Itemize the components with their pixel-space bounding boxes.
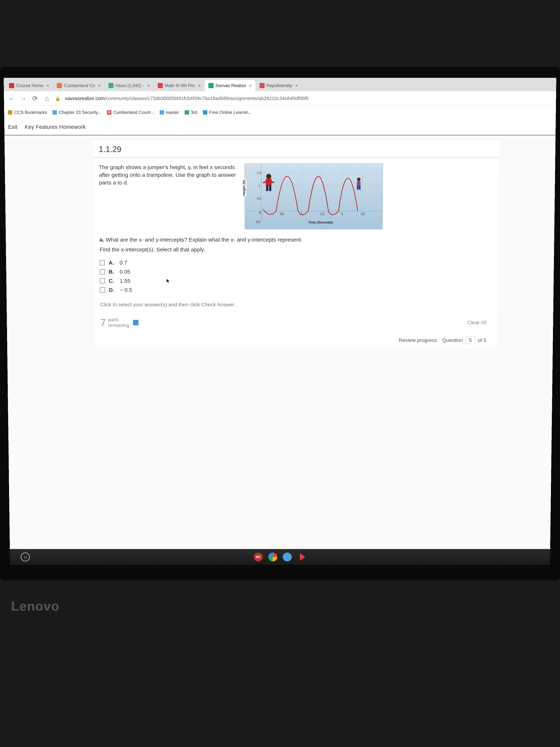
parts-remaining-number: 7	[100, 317, 106, 328]
graph-x-tick: 0.5	[280, 212, 284, 216]
graph-x-tick: 2	[341, 212, 343, 216]
tab-close-icon[interactable]: ×	[249, 83, 252, 88]
bookmark-item[interactable]: MCumberland Count...	[107, 110, 154, 115]
tab-close-icon[interactable]: ×	[98, 83, 101, 88]
svg-point-10	[266, 174, 271, 179]
graph-origin: O	[259, 211, 261, 214]
browser-tab[interactable]: Savvas Realize×	[205, 80, 256, 91]
back-button[interactable]: ←	[7, 95, 15, 102]
question-label: Question	[443, 337, 463, 343]
sub-question: Find the x-intercept(s). Select all that…	[100, 247, 493, 253]
bookmark-label: CCS Bookmarks	[14, 110, 47, 115]
checkbox[interactable]	[100, 269, 105, 274]
bookmark-favicon	[52, 110, 57, 114]
part-a-label: a.	[100, 237, 104, 242]
tab-label: Cumberland Co	[64, 83, 95, 88]
url-path: /community/classes/c73db30005bf41fcb4f39…	[105, 96, 309, 101]
reload-button[interactable]: ⟳	[31, 95, 39, 102]
graph-y-tick: 0.5	[257, 197, 261, 200]
tab-close-icon[interactable]: ×	[295, 83, 298, 88]
forward-button[interactable]: →	[20, 95, 27, 102]
option-letter: D.	[109, 287, 116, 293]
checkbox[interactable]	[100, 260, 105, 265]
problem-prompt: The graph shows a jumper's height, y, in…	[99, 163, 239, 186]
exit-button[interactable]: Exit	[8, 124, 17, 130]
answer-options: A.0.7B.0.05C.1.55D.− 0.5	[100, 258, 492, 294]
bookmark-favicon	[203, 110, 207, 114]
bookmark-item[interactable]: 3rd	[185, 110, 197, 115]
browser-tab[interactable]: RapidIdentity×	[256, 80, 302, 91]
graph-x-axis-label: Time (Seconds)	[308, 221, 333, 225]
graph-x-tick: 2.5	[361, 212, 365, 216]
svg-rect-12	[266, 186, 268, 191]
screen: Course Home×Cumberland Co×Inbox (1,042) …	[4, 78, 556, 565]
home-button[interactable]: ⌂	[43, 95, 51, 102]
launcher-button[interactable]: ○	[21, 552, 30, 561]
tab-close-icon[interactable]: ×	[198, 83, 201, 88]
option-value: 1.55	[119, 278, 130, 284]
browser-tab[interactable]: Inbox (1,042) -×	[105, 80, 154, 91]
tab-favicon	[158, 83, 163, 88]
checkbox[interactable]	[100, 278, 105, 283]
answer-option[interactable]: A.0.7	[100, 258, 492, 267]
content-area: 1.1.29 The graph shows a jumper's height…	[4, 135, 556, 549]
parts-label-top: parts	[108, 317, 129, 323]
address-bar[interactable]: savvasrealize.com/community/classes/c73d…	[65, 96, 309, 101]
assignment-title: Key Features Homework	[25, 124, 86, 130]
browser-tab[interactable]: Course Home×	[5, 80, 53, 91]
checkbox[interactable]	[100, 287, 105, 292]
bookmark-item[interactable]: CCS Bookmarks	[8, 110, 47, 115]
app-header: Exit Key Features Homework	[4, 119, 556, 135]
graph-y-tick: 1.5	[257, 171, 261, 175]
answer-option[interactable]: B.0.05	[100, 267, 492, 276]
browser-tab[interactable]: Math III 4th Per×	[154, 80, 205, 91]
svg-rect-15	[271, 181, 275, 183]
tab-label: Course Home	[16, 83, 43, 88]
bookmark-item[interactable]: isaster	[160, 110, 179, 115]
graph-x-tick: 1	[301, 212, 302, 216]
question-number: 5	[466, 336, 475, 344]
option-letter: A.	[108, 260, 116, 266]
progress-indicator	[133, 320, 138, 325]
browser-toolbar: ← → ⟳ ⌂ 🔒 savvasrealize.com/community/cl…	[4, 91, 556, 106]
question-total: of 5	[478, 337, 486, 343]
parts-label-bottom: remaining	[108, 323, 129, 328]
bookmark-item[interactable]: Free Online Learnin...	[203, 110, 252, 115]
option-value: 0.7	[119, 260, 127, 266]
part-a-question: a. What are the x- and y-intercepts? Exp…	[100, 237, 493, 243]
taskbar-app-nc[interactable]: NC	[254, 552, 263, 561]
review-progress-button[interactable]: Review progress	[399, 337, 437, 343]
bookmark-label: Chapter 23 Security...	[59, 110, 101, 115]
graph-y-tick: -0.5	[255, 221, 260, 224]
problem-card: 1.1.29 The graph shows a jumper's height…	[93, 141, 499, 349]
browser-tab[interactable]: Cumberland Co×	[53, 80, 105, 91]
clear-all-button[interactable]: Clear All	[468, 319, 486, 325]
parts-remaining: 7 parts remaining	[100, 317, 138, 328]
tab-close-icon[interactable]: ×	[46, 83, 49, 88]
option-value: − 0.5	[120, 287, 132, 293]
problem-number: 1.1.29	[93, 141, 499, 158]
browser-tab-strip: Course Home×Cumberland Co×Inbox (1,042) …	[4, 78, 556, 91]
part-a-text: What are the x- and y-intercepts? Explai…	[106, 237, 302, 242]
answer-option[interactable]: C.1.55	[100, 277, 492, 285]
option-letter: C.	[109, 278, 116, 284]
taskbar-app-docs[interactable]	[283, 552, 292, 561]
taskbar-app-play[interactable]	[297, 552, 306, 561]
taskbar-app-chrome[interactable]	[268, 552, 277, 561]
bookmark-label: Free Online Learnin...	[209, 110, 252, 115]
url-host: savvasrealize.com	[65, 96, 105, 101]
bookmark-item[interactable]: Chapter 23 Security...	[52, 110, 101, 115]
question-counter: Question 5 of 5	[443, 337, 486, 343]
tab-close-icon[interactable]: ×	[147, 83, 150, 88]
svg-point-16	[357, 178, 361, 181]
bookmark-label: Cumberland Count...	[113, 110, 154, 115]
answer-instruction: Click to select your answer(s) and then …	[100, 302, 492, 308]
bookmark-label: isaster	[166, 110, 179, 115]
answer-option[interactable]: D.− 0.5	[100, 285, 492, 294]
lock-icon: 🔒	[55, 96, 60, 101]
graph-x-tick: 1.5	[320, 212, 324, 216]
bookmark-favicon	[160, 110, 164, 114]
option-value: 0.05	[119, 268, 130, 275]
tab-favicon	[108, 83, 113, 88]
problem-graph: Height (ft) Time (Seconds) 1.5 1 0.5 -0.…	[245, 163, 383, 229]
